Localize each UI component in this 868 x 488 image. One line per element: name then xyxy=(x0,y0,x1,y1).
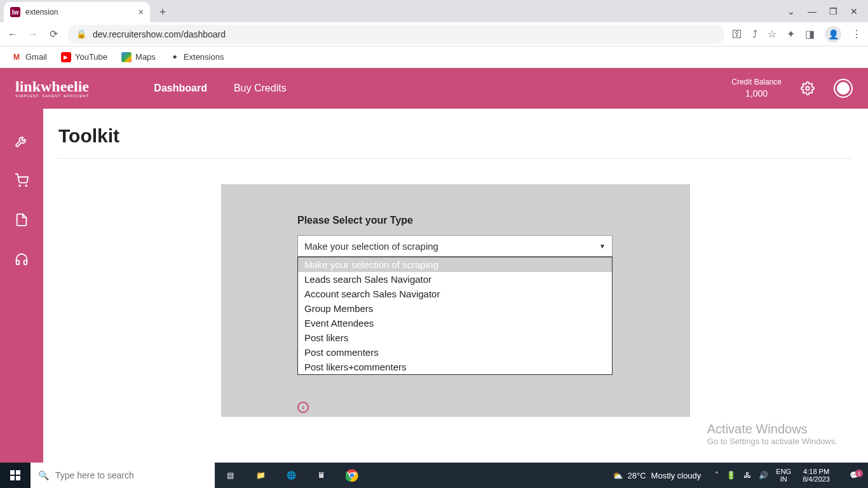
youtube-icon: ▶ xyxy=(61,52,71,62)
sidepanel-icon[interactable]: ◨ xyxy=(805,28,815,40)
back-icon[interactable]: ← xyxy=(6,29,19,40)
chevron-down-icon[interactable]: ⌄ xyxy=(787,6,795,17)
weather-icon: ⛅ xyxy=(613,471,623,480)
lang-line2: IN xyxy=(776,475,791,483)
edge-icon[interactable]: 🌐 xyxy=(276,463,306,488)
sidebar-item-toolkit[interactable] xyxy=(15,134,29,151)
sidebar-item-files[interactable] xyxy=(15,213,29,229)
weather-desc: Mostly cloudy xyxy=(651,471,702,480)
app-root: linkwheelie SIMPLEST. SAFEST. EFFICIENT.… xyxy=(0,68,868,463)
bookmark-extensions[interactable]: ✦ Extensions xyxy=(170,52,224,62)
logo[interactable]: linkwheelie SIMPLEST. SAFEST. EFFICIENT. xyxy=(15,79,90,98)
volume-icon[interactable]: 🔊 xyxy=(759,471,768,480)
share-icon[interactable]: ⤴ xyxy=(752,29,757,40)
maps-icon xyxy=(121,52,132,62)
chrome-icon[interactable] xyxy=(337,463,367,488)
cart-icon xyxy=(15,173,29,187)
select-value: Make your selection of scraping xyxy=(304,241,438,252)
activate-windows-watermark: Activate Windows Go to Settings to activ… xyxy=(707,422,837,446)
credit-value: 1,000 xyxy=(731,88,782,99)
select-option[interactable]: Post likers xyxy=(298,330,612,345)
select-option[interactable]: Post commenters xyxy=(298,345,612,360)
select-option[interactable]: Leads search Sales Navigator xyxy=(298,272,612,287)
gmail-icon: M xyxy=(11,52,22,62)
page-title: Toolkit xyxy=(58,125,853,147)
taskbar: 🔍 ▤ 📁 🌐 🖩 ⛅ 28°C Mostly cloudy ˄ 🔋 🖧 🔊 E… xyxy=(0,463,868,488)
sidebar-item-support[interactable] xyxy=(15,252,29,269)
credit-label: Credit Balance xyxy=(731,78,782,88)
battery-icon[interactable]: 🔋 xyxy=(726,471,736,480)
bookmark-maps[interactable]: Maps xyxy=(121,52,156,62)
clock[interactable]: 4:18 PM 8/4/2023 xyxy=(799,468,834,483)
windows-logo-icon xyxy=(10,470,20,480)
taskbar-search-input[interactable] xyxy=(55,470,207,480)
minimize-icon[interactable]: ― xyxy=(808,6,817,17)
system-tray: ˄ 🔋 🖧 🔊 ENG IN 4:18 PM 8/4/2023 xyxy=(709,468,840,483)
start-button[interactable] xyxy=(0,463,31,488)
tab-title: extension xyxy=(25,8,133,17)
select-display[interactable]: Make your selection of scraping ▼ xyxy=(297,235,613,257)
star-icon[interactable]: ☆ xyxy=(768,28,776,40)
bookmark-label: Extensions xyxy=(184,52,224,62)
taskbar-search[interactable]: 🔍 xyxy=(31,463,215,488)
weather-temp: 28°C xyxy=(628,471,646,480)
watermark-title: Activate Windows xyxy=(707,422,837,437)
url-input[interactable]: 🔒 dev.recruitershow.com/dashboard xyxy=(67,25,724,44)
taskbar-apps: ▤ 📁 🌐 🖩 xyxy=(215,463,367,488)
reload-icon[interactable]: ⟳ xyxy=(47,28,60,40)
puzzle-icon: ✦ xyxy=(170,52,180,62)
svg-point-0 xyxy=(806,86,810,90)
credit-balance: Credit Balance 1,000 xyxy=(731,78,782,99)
tray-chevron-icon[interactable]: ˄ xyxy=(715,471,719,480)
browser-tab[interactable]: lw extension × xyxy=(4,2,150,22)
weather-widget[interactable]: ⛅ 28°C Mostly cloudy xyxy=(605,471,709,480)
new-tab-button[interactable]: + xyxy=(154,3,172,21)
address-bar: ← → ⟳ 🔒 dev.recruitershow.com/dashboard … xyxy=(0,22,868,46)
select-option[interactable]: Make your selection of scraping xyxy=(298,257,612,272)
svg-point-1 xyxy=(19,185,20,186)
forward-icon[interactable]: → xyxy=(27,29,39,40)
url-text: dev.recruitershow.com/dashboard xyxy=(93,29,226,39)
type-select[interactable]: Make your selection of scraping ▼ Make y… xyxy=(297,235,613,257)
file-icon xyxy=(15,213,29,227)
select-label: Please Select your Type xyxy=(297,215,614,226)
select-option[interactable]: Event Attendees xyxy=(298,316,612,330)
close-window-icon[interactable]: ✕ xyxy=(850,6,858,17)
key-icon[interactable]: ⚿ xyxy=(732,29,742,40)
settings-gear-icon[interactable] xyxy=(801,81,815,95)
file-explorer-icon[interactable]: 📁 xyxy=(245,463,276,488)
select-option[interactable]: Post likers+commenters xyxy=(298,360,612,374)
select-option[interactable]: Account search Sales Navigator xyxy=(298,287,612,301)
menu-icon[interactable]: ⋮ xyxy=(851,28,862,40)
action-center-icon[interactable]: 💬 1 xyxy=(840,471,868,480)
browser-tab-strip: lw extension × + ⌄ ― ❐ ✕ xyxy=(0,0,868,22)
select-option[interactable]: Group Members xyxy=(298,301,612,316)
user-avatar[interactable] xyxy=(834,79,853,98)
back-button[interactable]: ‹ xyxy=(297,402,309,413)
maximize-icon[interactable]: ❐ xyxy=(829,6,837,17)
task-view-icon[interactable]: ▤ xyxy=(215,463,245,488)
sidebar xyxy=(0,109,43,463)
language-indicator[interactable]: ENG IN xyxy=(776,468,791,483)
divider xyxy=(58,158,853,159)
bookmark-gmail[interactable]: M Gmail xyxy=(11,52,47,62)
nav-links: Dashboard Buy Credits xyxy=(154,83,286,94)
watermark-sub: Go to Settings to activate Windows. xyxy=(707,437,837,446)
chrome-logo-icon xyxy=(346,469,358,482)
bookmark-youtube[interactable]: ▶ YouTube xyxy=(61,52,107,62)
toolkit-card: Please Select your Type Make your select… xyxy=(221,184,690,417)
network-icon[interactable]: 🖧 xyxy=(743,471,751,480)
tab-close-icon[interactable]: × xyxy=(139,7,144,17)
nav-buy-credits[interactable]: Buy Credits xyxy=(234,83,287,94)
toolbar-right: ⚿ ⤴ ☆ ✦ ◨ 👤 ⋮ xyxy=(732,26,862,43)
bookmark-label: Gmail xyxy=(25,52,47,62)
extensions-icon[interactable]: ✦ xyxy=(787,28,795,40)
lang-line1: ENG xyxy=(776,468,791,475)
logo-subtitle: SIMPLEST. SAFEST. EFFICIENT. xyxy=(15,94,90,98)
clock-time: 4:18 PM xyxy=(803,468,830,475)
calculator-icon[interactable]: 🖩 xyxy=(306,463,337,488)
sidebar-item-cart[interactable] xyxy=(15,173,29,190)
nav-dashboard[interactable]: Dashboard xyxy=(154,83,207,94)
search-icon: 🔍 xyxy=(38,470,49,480)
profile-avatar-icon[interactable]: 👤 xyxy=(825,26,841,43)
